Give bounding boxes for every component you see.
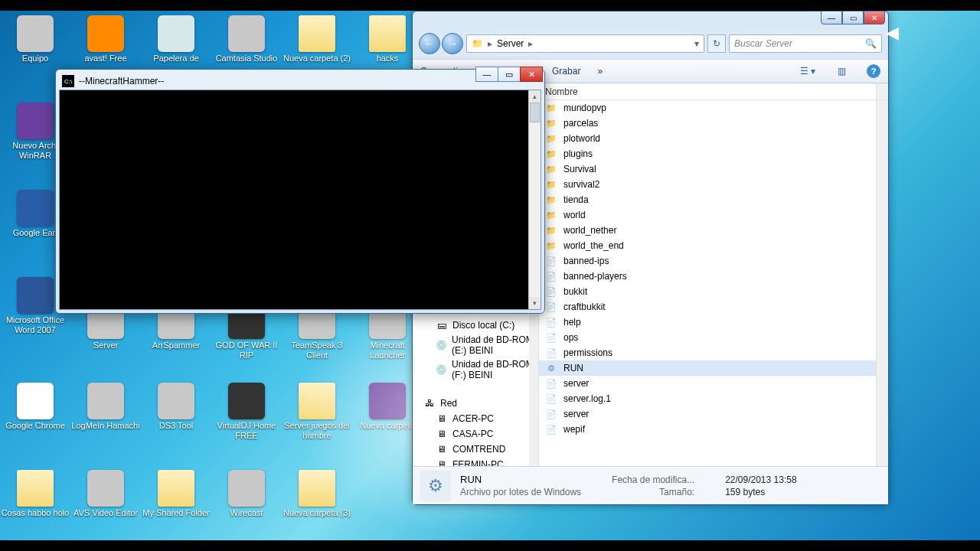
icon-image: [369, 15, 406, 52]
file-row[interactable]: 📄banned-players: [539, 269, 888, 284]
view-options-button[interactable]: ☰ ▾: [799, 63, 816, 80]
icon-image: [17, 190, 54, 227]
command-titlebar[interactable]: C:\ --MinecraftHammer--: [59, 73, 541, 90]
nav-item-drive[interactable]: 💿Unidad de BD-ROM (F:) BEINI: [413, 357, 538, 382]
details-name: RUN: [460, 474, 581, 485]
refresh-button[interactable]: ↻: [707, 34, 726, 53]
file-row[interactable]: 📄ops: [539, 330, 888, 345]
file-icon: 📄: [545, 377, 557, 390]
file-row[interactable]: 📄server: [539, 376, 888, 391]
desktop-icon[interactable]: DS3 Tool: [141, 383, 211, 431]
more-button[interactable]: »: [597, 66, 603, 77]
desktop-icon[interactable]: Nueva carpeta (3): [282, 470, 352, 518]
maximize-button[interactable]: ▭: [842, 11, 864, 24]
file-name: craftbukkit: [564, 302, 606, 312]
file-row[interactable]: 📁tienda: [539, 192, 888, 207]
file-list: 📁mundopvp📁parcelas📁plotworld📁plugins📁Sur…: [539, 100, 888, 466]
file-row[interactable]: 📄wepif: [539, 422, 888, 437]
close-button[interactable]: ✕: [520, 67, 543, 82]
dropdown-icon[interactable]: ▾: [694, 38, 699, 49]
file-row[interactable]: 📄permissions: [539, 345, 888, 360]
desktop: Equipoavast! FreePapelera deCamtasia Stu…: [0, 11, 980, 540]
file-icon: 📄: [545, 408, 557, 420]
file-name: parcelas: [564, 118, 598, 129]
icon-label: Cosas habbo holo: [0, 508, 70, 518]
maximize-button[interactable]: ▭: [498, 67, 521, 82]
file-row[interactable]: 📁mundopvp: [539, 100, 888, 116]
column-header[interactable]: Nombre: [539, 83, 888, 100]
file-name: banned-ips: [564, 256, 609, 266]
icon-image: [87, 383, 124, 419]
breadcrumb-item[interactable]: Server: [497, 38, 524, 49]
file-row[interactable]: 📁world: [539, 207, 888, 223]
address-bar[interactable]: 📁 ▸ Server ▸ ▾: [466, 34, 704, 53]
file-row[interactable]: 📄server: [539, 406, 888, 422]
desktop-icon[interactable]: VirtualDJ Home FREE: [211, 383, 282, 441]
nav-item-computer[interactable]: 🖥CASA-PC: [413, 426, 538, 442]
file-row[interactable]: 📁world_the_end: [539, 238, 888, 253]
icon-label: Papelera de: [141, 54, 211, 64]
command-output[interactable]: [60, 90, 528, 309]
close-button[interactable]: ✕: [864, 11, 885, 24]
desktop-icon[interactable]: Equipo: [0, 15, 70, 64]
desktop-icon[interactable]: LogMeIn Hamachi: [70, 383, 141, 431]
file-row[interactable]: 📁Survival: [539, 161, 888, 177]
file-row[interactable]: 📄help: [539, 315, 888, 330]
file-row[interactable]: 📁parcelas: [539, 116, 888, 131]
preview-pane-button[interactable]: ▥: [833, 63, 850, 80]
scrollbar-vertical[interactable]: [876, 100, 888, 466]
file-icon: 📄: [545, 331, 557, 344]
file-row[interactable]: 📁plugins: [539, 146, 888, 161]
help-button[interactable]: ?: [867, 64, 880, 78]
nav-item-drive[interactable]: 💿Unidad de BD-ROM (E:) BEINI: [413, 333, 538, 357]
desktop-icon[interactable]: Cosas habbo holo: [0, 470, 70, 518]
search-icon[interactable]: 🔍: [865, 38, 877, 49]
desktop-icon[interactable]: avast! Free: [70, 15, 141, 64]
search-box[interactable]: Buscar Server 🔍: [729, 34, 882, 53]
minimize-button[interactable]: —: [475, 67, 498, 82]
icon-image: [17, 470, 54, 507]
desktop-icon[interactable]: Papelera de: [141, 15, 211, 64]
nav-item-computer[interactable]: 🖥COMTREND: [413, 442, 538, 457]
command-scrollbar[interactable]: [528, 90, 541, 309]
file-name: wepif: [564, 424, 585, 435]
file-name: plugins: [564, 148, 593, 159]
drive-icon: 💿: [436, 339, 447, 351]
icon-label: Wirecast: [211, 508, 282, 518]
desktop-icon[interactable]: Nueva carpeta (2): [282, 15, 352, 64]
forward-button[interactable]: →: [442, 33, 463, 54]
desktop-icon[interactable]: My Shared Folder: [141, 470, 211, 518]
file-row[interactable]: 📄server.log.1: [539, 391, 888, 406]
desktop-icon[interactable]: Google Chrome: [0, 383, 70, 431]
file-row[interactable]: 📁world_nether: [539, 223, 888, 238]
desktop-icon[interactable]: AVS Video Editor: [70, 470, 141, 518]
desktop-icon[interactable]: Camtasia Studio: [211, 15, 282, 64]
desktop-icon[interactable]: Wirecast: [211, 470, 282, 518]
file-row[interactable]: 📁survival2: [539, 177, 888, 192]
file-row[interactable]: 📄banned-ips: [539, 253, 888, 269]
nav-item-computer[interactable]: 🖥ACER-PC: [413, 411, 538, 426]
nav-item-drive[interactable]: 🖴Disco local (C:): [413, 318, 538, 333]
nav-item-computer[interactable]: 🖥FERMIN-PC: [413, 457, 538, 466]
scrollbar-vertical[interactable]: [876, 83, 888, 99]
file-name: server: [564, 378, 589, 389]
file-name: server.log.1: [564, 393, 611, 404]
file-name: mundopvp: [564, 103, 606, 113]
icon-label: GOD OF WAR II RIP: [211, 341, 282, 360]
file-row[interactable]: 📁plotworld: [539, 131, 888, 146]
minimize-button[interactable]: —: [821, 11, 842, 24]
file-name: RUN: [564, 363, 583, 373]
letterbox-top: [0, 0, 980, 11]
file-name: tienda: [564, 194, 589, 205]
file-row[interactable]: ⚙RUN: [539, 360, 888, 376]
computer-icon: 🖥: [436, 458, 448, 466]
icon-image: [158, 470, 194, 507]
speaker-icon[interactable]: ◀: [886, 23, 901, 38]
scrollbar-thumb[interactable]: [530, 103, 540, 122]
nav-item-network[interactable]: 🖧 Red: [413, 396, 538, 411]
file-row[interactable]: 📄craftbukkit: [539, 299, 888, 315]
file-row[interactable]: 📄bukkit: [539, 284, 888, 299]
desktop-icon[interactable]: Server juegos del hambre: [282, 383, 352, 441]
burn-button[interactable]: Grabar: [552, 66, 580, 77]
back-button[interactable]: ←: [419, 33, 440, 54]
